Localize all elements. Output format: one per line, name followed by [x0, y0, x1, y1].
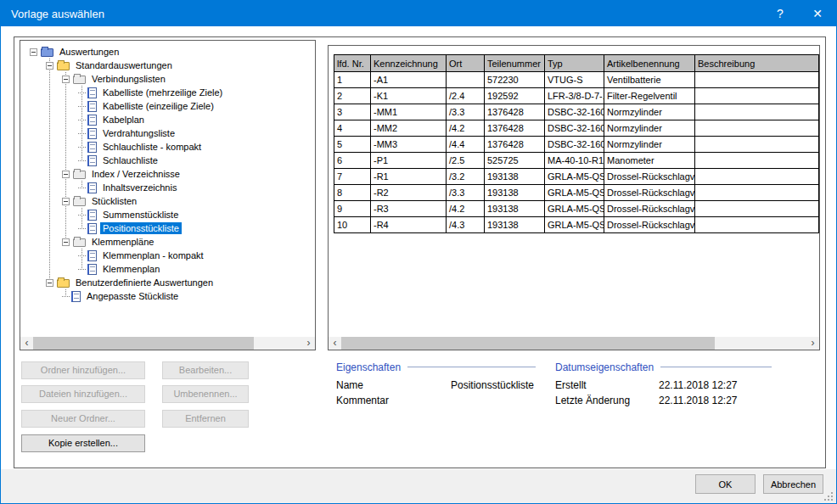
table-cell: -MM2: [371, 120, 447, 137]
table-cell: [695, 120, 819, 137]
tree-item-label: Klemmenplan: [100, 263, 162, 275]
document-icon: [87, 128, 97, 139]
cancel-button[interactable]: Abbrechen: [763, 474, 823, 494]
collapse-toggle-icon[interactable]: [46, 279, 53, 287]
help-icon[interactable]: ?: [761, 1, 799, 26]
collapse-toggle-icon[interactable]: [46, 62, 53, 70]
collapse-toggle-icon[interactable]: [62, 171, 70, 178]
table-cell: 7: [334, 169, 371, 185]
table-horizontal-scrollbar[interactable]: ‹ ›: [329, 337, 819, 350]
table-cell: MA-40-10-R1/...: [545, 153, 604, 169]
template-select-dialog: Vorlage auswählen ? ✕ AuswertungenStanda…: [0, 0, 837, 504]
collapse-toggle-icon[interactable]: [62, 238, 70, 246]
table-cell: GRLA-M5-QS...: [545, 201, 604, 217]
table-cell: -K1: [371, 88, 447, 104]
close-icon[interactable]: ✕: [799, 1, 836, 26]
table-cell: 192592: [485, 88, 545, 104]
scrollbar-thumb[interactable]: [33, 337, 254, 350]
table-cell: Drossel-Rückschlagv...: [604, 201, 695, 217]
table-cell: [695, 153, 819, 169]
scrollbar-track[interactable]: [33, 337, 302, 350]
table-cell: -P1: [371, 153, 447, 169]
tree-item-label: Kabelplan: [100, 114, 147, 126]
property-row-erstellt: Erstellt22.11.2018 12:27: [555, 378, 772, 393]
tree-item-klemmenplan[interactable]: Klemmenplan: [20, 262, 315, 276]
dateien-hinzufugen-button[interactable]: Dateien hinzufügen...: [21, 385, 145, 403]
table-row[interactable]: 6-P1/2.5525725MA-40-10-R1/...Manometer: [334, 153, 819, 169]
collapse-toggle-icon[interactable]: [62, 198, 70, 205]
table-row[interactable]: 7-R1/3.2193138GRLA-M5-QS...Drossel-Rücks…: [334, 169, 819, 185]
property-label: Erstellt: [555, 379, 659, 391]
table-cell: 193138: [485, 201, 545, 217]
scroll-right-icon[interactable]: ›: [806, 337, 819, 350]
document-icon: [87, 142, 97, 153]
entfernen-button[interactable]: Entfernen: [162, 410, 249, 428]
table-cell: -A1: [371, 72, 447, 88]
table-cell: 193138: [485, 185, 545, 201]
tree-item-label: Benutzerdefinierte Auswertungen: [73, 277, 216, 288]
folder-icon: [57, 279, 70, 288]
table-cell: 5: [334, 137, 371, 153]
table-cell: 3: [334, 104, 371, 120]
tree-item-label: Kabelliste (mehrzeilige Ziele): [100, 87, 225, 98]
table-cell: 193138: [485, 169, 545, 185]
tree-item-label: Verdrahtungsliste: [100, 127, 177, 139]
tree-item-label: Index / Verzeichnisse: [89, 168, 183, 180]
tree-item-label: Summenstückliste: [100, 209, 181, 221]
scroll-left-icon[interactable]: ‹: [20, 337, 33, 350]
document-icon: [87, 264, 97, 275]
tree-item-auswertungen[interactable]: Auswertungen: [20, 45, 315, 59]
table-cell: /2.5: [447, 153, 485, 169]
properties-section: Eigenschaften NamePositionsstücklisteKom…: [336, 361, 536, 408]
neuer-ordner-button[interactable]: Neuer Ordner...: [21, 410, 145, 428]
table-cell: DSBC-32-160...: [545, 104, 604, 120]
table-cell: -MM1: [371, 104, 447, 120]
tree-item-label: Klemmenplan - kompakt: [100, 249, 206, 261]
table-row[interactable]: 2-K1/2.4192592LFR-3/8-D-7-...Filter-Rege…: [334, 88, 819, 104]
table-row[interactable]: 8-R2/3.3193138GRLA-M5-QS...Drossel-Rücks…: [334, 185, 819, 201]
table-cell: DSBC-32-160...: [545, 120, 604, 137]
dialog-title: Vorlage auswählen: [1, 8, 761, 20]
folder-icon: [73, 198, 86, 206]
tree-horizontal-scrollbar[interactable]: ‹ ›: [20, 337, 315, 350]
table-cell: [695, 201, 819, 217]
scroll-right-icon[interactable]: ›: [302, 337, 315, 350]
scrollbar-track[interactable]: [341, 337, 806, 350]
column-header-typ: Typ: [545, 55, 604, 72]
bearbeiten-button[interactable]: Bearbeiten...: [162, 361, 249, 379]
tree-item-benutzerdefinierte-auswertungen[interactable]: Benutzerdefinierte Auswertungen: [20, 276, 315, 289]
table-cell: [695, 104, 819, 120]
umbenennen-button[interactable]: Umbenennen...: [162, 385, 249, 403]
table-row[interactable]: 5-MM3/4.41376428DSBC-32-160...Normzylind…: [334, 137, 819, 153]
resize-grip[interactable]: [831, 499, 833, 501]
table-row[interactable]: 3-MM1/3.31376428DSBC-32-160...Normzylind…: [334, 104, 819, 120]
section-divider: [407, 367, 536, 367]
tree-item-klemmenplan-kompakt[interactable]: Klemmenplan - kompakt: [20, 249, 315, 262]
table-row[interactable]: 4-MM2/4.21376428DSBC-32-160...Normzylind…: [334, 120, 819, 137]
kopie-erstellen-button[interactable]: Kopie erstellen...: [21, 434, 145, 452]
table-cell: -R4: [371, 217, 447, 233]
ordner-hinzufugen-button[interactable]: Ordner hinzufügen...: [21, 361, 145, 379]
ok-button[interactable]: OK: [695, 474, 756, 494]
scrollbar-thumb[interactable]: [341, 337, 715, 350]
tree-connector-line: [65, 72, 66, 242]
table-cell: 193138: [485, 217, 545, 233]
date-properties-section: Datumseigenschaften Erstellt22.11.2018 1…: [555, 361, 772, 408]
table-row[interactable]: 1-A1572230VTUG-SVentilbatterie: [334, 72, 819, 88]
table-cell: 6: [334, 153, 371, 169]
document-icon: [87, 210, 97, 221]
property-value: Positionsstückliste: [451, 379, 534, 391]
property-value: 22.11.2018 12:27: [659, 379, 738, 391]
section-divider: [660, 367, 772, 367]
collapse-toggle-icon[interactable]: [30, 48, 37, 56]
table-cell: 1376428: [485, 120, 545, 137]
table-cell: /4.2: [447, 201, 485, 217]
tree-item-standardauswertungen[interactable]: Standardauswertungen: [20, 59, 315, 72]
table-row[interactable]: 10-R4/4.3193138GRLA-M5-QS...Drossel-Rück…: [334, 217, 819, 233]
table-cell: [695, 185, 819, 201]
collapse-toggle-icon[interactable]: [62, 76, 70, 83]
table-row[interactable]: 9-R3/4.2193138GRLA-M5-QS...Drossel-Rücks…: [334, 201, 819, 217]
tree-item-label: Inhaltsverzeichnis: [100, 182, 179, 193]
scroll-left-icon[interactable]: ‹: [329, 337, 341, 350]
tree-item-label: Kabelliste (einzeilige Ziele): [100, 100, 216, 112]
